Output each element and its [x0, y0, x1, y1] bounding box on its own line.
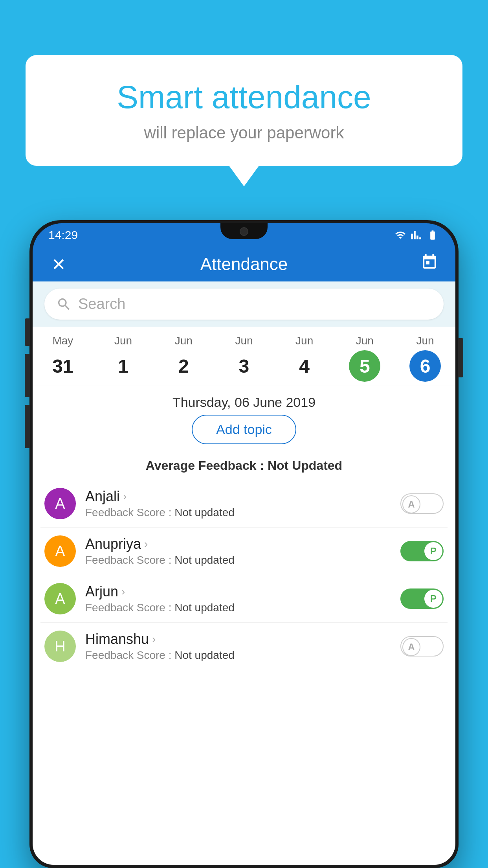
front-camera: [240, 227, 248, 236]
cal-month: Jun: [175, 335, 193, 347]
student-item[interactable]: AArjun ›Feedback Score : Not updatedP: [40, 575, 448, 623]
student-info: Anupriya ›Feedback Score : Not updated: [85, 536, 391, 566]
phone-screen: 14:29 ✕ Attendance: [33, 223, 455, 865]
calendar-day[interactable]: May31: [43, 335, 83, 382]
student-name: Anupriya ›: [85, 536, 391, 552]
cal-day-number: 6: [409, 350, 441, 382]
calendar-day[interactable]: Jun6: [405, 335, 445, 382]
student-name: Arjun ›: [85, 583, 391, 600]
status-time: 14:29: [48, 228, 78, 242]
avatar: H: [44, 631, 76, 662]
bubble-subtitle: will replace your paperwork: [57, 123, 431, 142]
cal-day-number: 1: [108, 350, 139, 382]
cal-month: Jun: [295, 335, 313, 347]
phone-frame: 14:29 ✕ Attendance: [29, 220, 459, 868]
avatar: A: [44, 535, 76, 567]
calendar-button[interactable]: [418, 254, 441, 275]
add-topic-button[interactable]: Add topic: [192, 415, 296, 444]
speech-bubble: Smart attendance will replace your paper…: [26, 55, 462, 166]
search-bar-wrapper: Search: [33, 281, 455, 327]
chevron-icon: ›: [152, 633, 156, 645]
attendance-toggle[interactable]: A: [400, 493, 444, 514]
volume-mute-button: [25, 318, 30, 346]
battery-icon: [426, 230, 440, 241]
cal-day-number: 5: [349, 350, 380, 382]
cal-day-number: 31: [47, 350, 79, 382]
student-item[interactable]: AAnjali ›Feedback Score : Not updatedA: [40, 480, 448, 528]
calendar-day[interactable]: Jun4: [285, 335, 324, 382]
cal-month: May: [52, 335, 73, 347]
attendance-toggle[interactable]: P: [400, 588, 444, 609]
calendar-day[interactable]: Jun5: [345, 335, 384, 382]
search-icon: [56, 296, 72, 312]
status-bar: 14:29: [33, 223, 455, 247]
feedback-score: Feedback Score : Not updated: [85, 506, 391, 519]
student-item[interactable]: AAnupriya ›Feedback Score : Not updatedP: [40, 528, 448, 575]
calendar-day[interactable]: Jun1: [104, 335, 143, 382]
cal-month: Jun: [356, 335, 374, 347]
notch: [220, 223, 268, 239]
feedback-score: Feedback Score : Not updated: [85, 601, 391, 614]
attendance-toggle[interactable]: A: [400, 636, 444, 657]
toggle-knob: P: [424, 542, 442, 560]
wifi-icon: [394, 230, 407, 241]
chevron-icon: ›: [123, 490, 127, 503]
cal-day-number: 2: [168, 350, 199, 382]
cal-day-number: 3: [228, 350, 260, 382]
cal-day-number: 4: [289, 350, 320, 382]
cal-month: Jun: [114, 335, 132, 347]
search-placeholder: Search: [78, 296, 125, 313]
calendar-day[interactable]: Jun2: [164, 335, 203, 382]
feedback-score: Feedback Score : Not updated: [85, 554, 391, 566]
toggle-knob: P: [424, 590, 442, 608]
power-button: [458, 338, 463, 377]
speech-bubble-container: Smart attendance will replace your paper…: [26, 55, 462, 166]
bubble-title: Smart attendance: [57, 79, 431, 116]
student-info: Himanshu ›Feedback Score : Not updated: [85, 631, 391, 662]
signal-icon: [411, 230, 422, 241]
screen-content: Search May31Jun1Jun2Jun3Jun4Jun5Jun6 Thu…: [33, 281, 455, 865]
status-icons: [394, 230, 440, 241]
calendar-day[interactable]: Jun3: [224, 335, 264, 382]
close-button[interactable]: ✕: [47, 254, 70, 274]
chevron-icon: ›: [121, 585, 125, 598]
cal-month: Jun: [235, 335, 253, 347]
app-bar: ✕ Attendance: [33, 247, 455, 281]
avg-feedback-label: Average Feedback :: [146, 458, 268, 473]
volume-down-button: [25, 405, 30, 448]
avatar: A: [44, 583, 76, 614]
student-info: Arjun ›Feedback Score : Not updated: [85, 583, 391, 614]
student-list: AAnjali ›Feedback Score : Not updatedAAA…: [33, 480, 455, 670]
toggle-knob: A: [402, 638, 420, 656]
cal-month: Jun: [416, 335, 434, 347]
volume-up-button: [25, 354, 30, 397]
chevron-icon: ›: [144, 538, 148, 550]
calendar-strip: May31Jun1Jun2Jun3Jun4Jun5Jun6: [33, 327, 455, 386]
attendance-toggle[interactable]: P: [400, 541, 444, 561]
toggle-knob: A: [402, 495, 420, 513]
avg-feedback-value: Not Updated: [268, 458, 342, 473]
average-feedback: Average Feedback : Not Updated: [33, 458, 455, 480]
student-name: Himanshu ›: [85, 631, 391, 647]
app-title: Attendance: [70, 254, 418, 274]
student-name: Anjali ›: [85, 488, 391, 505]
student-item[interactable]: HHimanshu ›Feedback Score : Not updatedA: [40, 623, 448, 670]
search-input[interactable]: Search: [44, 289, 444, 320]
avatar: A: [44, 488, 76, 519]
selected-date: Thursday, 06 June 2019: [33, 386, 455, 415]
feedback-score: Feedback Score : Not updated: [85, 649, 391, 662]
student-info: Anjali ›Feedback Score : Not updated: [85, 488, 391, 519]
